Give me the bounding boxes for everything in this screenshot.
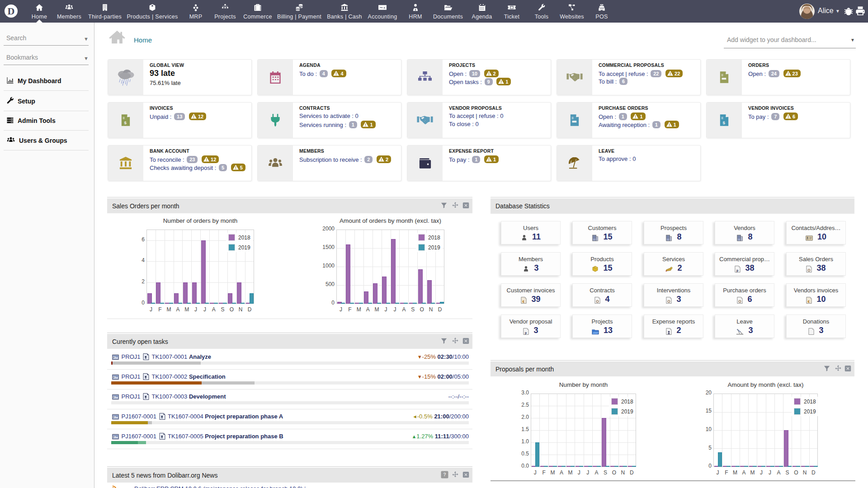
svg-text:$: $ xyxy=(124,120,127,125)
svg-text:$: $ xyxy=(722,120,725,125)
svg-text:€: € xyxy=(808,300,810,304)
svg-text:p: p xyxy=(525,331,527,335)
svg-text:?: ? xyxy=(443,472,446,477)
svg-text:€: € xyxy=(523,300,524,304)
svg-text:p: p xyxy=(737,269,739,272)
